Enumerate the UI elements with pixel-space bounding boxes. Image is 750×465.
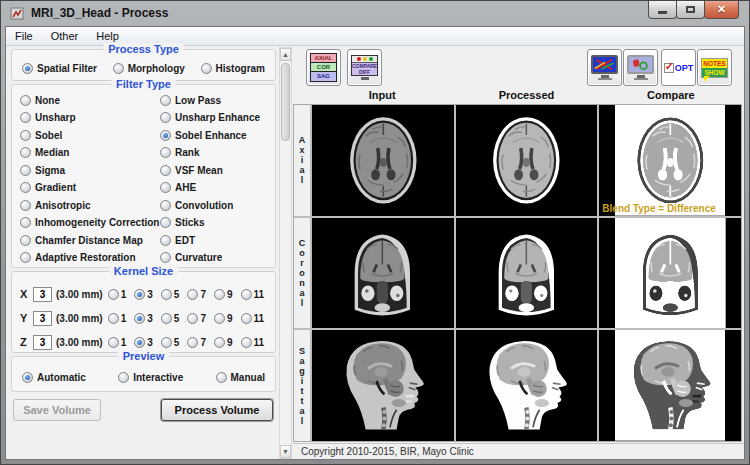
kernel-x-option-5[interactable]: 5 (161, 289, 180, 300)
kernel-choice-label: 9 (227, 289, 233, 300)
blend-toolbar-button[interactable] (623, 49, 658, 86)
orient-sag-label: SAG (311, 72, 336, 81)
radio-option-spatial-filter[interactable]: Spatial Filter (22, 63, 97, 74)
radio-icon (216, 372, 227, 383)
radio-icon (20, 95, 31, 106)
menu-file[interactable]: File (6, 27, 42, 45)
cell-coronal-compare[interactable] (599, 218, 741, 329)
radio-option-histogram[interactable]: Histogram (201, 63, 265, 74)
kernel-x-option-7[interactable]: 7 (187, 289, 206, 300)
kernel-z-option-3[interactable]: 3 (134, 337, 153, 348)
radio-option-sobel[interactable]: Sobel (20, 130, 160, 141)
minimize-icon (658, 11, 667, 14)
save-volume-button[interactable]: Save Volume (13, 399, 101, 421)
kernel-z-option-11[interactable]: 11 (241, 337, 265, 348)
cell-coronal-input[interactable] (312, 218, 454, 329)
compare-diff-toolbar-button[interactable]: COMPARE DIFF (347, 49, 382, 86)
radio-icon (187, 313, 198, 324)
kernel-choice-label: 9 (227, 337, 233, 348)
radio-option-sobel-enhance[interactable]: Sobel Enhance (160, 130, 273, 141)
close-icon: ✕ (717, 4, 726, 15)
radio-option-sigma[interactable]: Sigma (20, 165, 160, 176)
header-input: Input (311, 89, 453, 101)
kernel-z-option-9[interactable]: 9 (214, 337, 233, 348)
radio-option-none[interactable]: None (20, 95, 160, 106)
scroll-up-arrow-icon[interactable]: ▲ (280, 48, 291, 61)
minimize-button[interactable] (648, 1, 677, 19)
vertical-scrollbar[interactable]: ▲ ▼ (279, 47, 292, 459)
radio-label: None (35, 95, 60, 106)
kernel-z-option-7[interactable]: 7 (187, 337, 206, 348)
radio-option-ahe[interactable]: AHE (160, 182, 273, 193)
radio-option-anisotropic[interactable]: Anisotropic (20, 200, 160, 211)
kernel-choice-label: 11 (254, 313, 265, 324)
radio-option-vsf-mean[interactable]: VSF Mean (160, 165, 273, 176)
cell-coronal-processed[interactable] (456, 218, 598, 329)
kernel-choice-label: 11 (254, 337, 265, 348)
orient-cor-label: COR (311, 63, 336, 72)
scrollbar-thumb[interactable] (281, 63, 290, 141)
radio-option-gradient[interactable]: Gradient (20, 182, 160, 193)
radio-option-edt[interactable]: EDT (160, 235, 273, 246)
kernel-y-option-9[interactable]: 9 (214, 313, 233, 324)
notes-toolbar-button[interactable]: NOTES SHOW (697, 49, 732, 86)
radio-option-curvature[interactable]: Curvature (160, 252, 273, 263)
header-compare: Compare (600, 89, 742, 101)
kernel-x-option-1[interactable]: 1 (108, 289, 127, 300)
radio-option-convolution[interactable]: Convolution (160, 200, 273, 211)
cell-sagittal-input[interactable] (312, 330, 454, 441)
radio-option-manual[interactable]: Manual (216, 372, 265, 383)
cell-sagittal-processed[interactable] (456, 330, 598, 441)
notes-icon: NOTES SHOW (701, 58, 728, 78)
menu-other[interactable]: Other (42, 27, 88, 45)
radio-option-sticks[interactable]: Sticks (160, 217, 273, 228)
radio-icon (134, 337, 145, 348)
orientation-toolbar-button[interactable]: AXIAL COR SAG (306, 49, 341, 86)
cell-axial-compare[interactable]: Blend Type = Difference (599, 105, 741, 216)
plot-toolbar-button[interactable] (587, 49, 622, 86)
radio-option-unsharp-enhance[interactable]: Unsharp Enhance (160, 112, 273, 123)
kernel-z-option-1[interactable]: 1 (108, 337, 127, 348)
kernel-x-option-9[interactable]: 9 (214, 289, 233, 300)
kernel-z-input[interactable] (33, 335, 52, 350)
app-icon (10, 6, 25, 21)
radio-option-low-pass[interactable]: Low Pass (160, 95, 273, 106)
kernel-unit-label: (3.00 mm) (56, 313, 103, 324)
kernel-choice-label: 1 (121, 337, 127, 348)
cell-axial-processed[interactable] (456, 105, 598, 216)
kernel-x-option-3[interactable]: 3 (134, 289, 153, 300)
scroll-down-arrow-icon[interactable]: ▼ (280, 445, 291, 458)
cell-sagittal-compare[interactable] (599, 330, 741, 441)
kernel-choice-label: 5 (174, 313, 180, 324)
filter-type-group: Filter Type NoneUnsharpSobelMedianSigmaG… (11, 84, 276, 268)
kernel-x-input[interactable] (33, 287, 52, 302)
kernel-y-input[interactable] (33, 311, 52, 326)
radio-option-chamfer-distance-map[interactable]: Chamfer Distance Map (20, 235, 160, 246)
radio-option-interactive[interactable]: Interactive (118, 372, 183, 383)
radio-option-unsharp[interactable]: Unsharp (20, 112, 160, 123)
kernel-y-option-7[interactable]: 7 (187, 313, 206, 324)
radio-option-rank[interactable]: Rank (160, 147, 273, 158)
kernel-y-option-5[interactable]: 5 (161, 313, 180, 324)
process-volume-button[interactable]: Process Volume (161, 399, 273, 421)
process-type-title: Process Type (103, 43, 184, 55)
radio-option-automatic[interactable]: Automatic (22, 372, 86, 383)
kernel-y-option-3[interactable]: 3 (134, 313, 153, 324)
cell-axial-input[interactable] (312, 105, 454, 216)
kernel-x-option-11[interactable]: 11 (241, 289, 265, 300)
radio-option-morphology[interactable]: Morphology (113, 63, 185, 74)
kernel-y-option-1[interactable]: 1 (108, 313, 127, 324)
radio-option-median[interactable]: Median (20, 147, 160, 158)
radio-option-adaptive-restoration[interactable]: Adaptive Restoration (20, 252, 160, 263)
options-toolbar-button[interactable]: OPT (661, 49, 696, 86)
kernel-y-option-11[interactable]: 11 (241, 313, 265, 324)
radio-label: Sticks (175, 217, 204, 228)
radio-icon (160, 147, 171, 158)
close-button[interactable]: ✕ (704, 1, 739, 19)
kernel-z-option-5[interactable]: 5 (161, 337, 180, 348)
preview-options: AutomaticInteractiveManual (12, 357, 275, 391)
maximize-button[interactable] (676, 1, 705, 19)
radio-icon (160, 252, 171, 263)
radio-option-inhomogeneity-correction[interactable]: Inhomogeneity Correction (20, 217, 160, 228)
blend-type-label: Blend Type = Difference (602, 203, 715, 214)
